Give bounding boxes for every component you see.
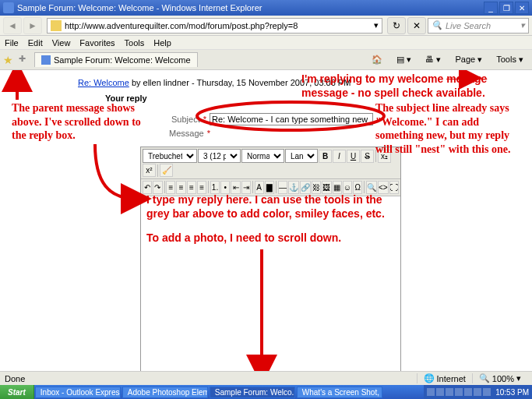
- stop-button[interactable]: ✕: [407, 17, 426, 34]
- clean-button[interactable]: 🧹: [160, 164, 173, 177]
- annotation-subject: The subject line already says "Welcome."…: [375, 101, 527, 156]
- align-center-button[interactable]: ≡: [176, 181, 185, 194]
- tray-icon[interactable]: [446, 388, 453, 396]
- tray-icon[interactable]: [464, 388, 472, 396]
- search-button[interactable]: 🔍: [366, 181, 377, 194]
- annotation-reply-body: I type my reply here. I can use the tool…: [146, 193, 396, 245]
- subject-label: Subject: [171, 115, 200, 124]
- indent-button[interactable]: ⇥: [241, 181, 251, 194]
- char-button[interactable]: Ω: [353, 181, 362, 194]
- status-internet: 🌐 Internet: [417, 373, 472, 383]
- lang-select[interactable]: Lang: [285, 149, 318, 163]
- anchor-button[interactable]: ⚓: [288, 181, 299, 194]
- message-label: Message: [169, 129, 204, 138]
- sup-button[interactable]: x²: [143, 164, 156, 177]
- list-ol-button[interactable]: 1.: [210, 181, 220, 194]
- print-button[interactable]: 🖶 ▾: [420, 52, 446, 67]
- hr-button[interactable]: —: [278, 181, 287, 194]
- tray-icon[interactable]: [427, 388, 435, 396]
- search-box[interactable]: 🔍 Live Search ▾: [428, 18, 529, 34]
- favorites-icon[interactable]: ★: [3, 54, 16, 66]
- taskbar: Start Inbox - Outlook Express Adobe Phot…: [0, 385, 532, 399]
- size-select[interactable]: 3 (12 pt): [198, 149, 241, 163]
- image-button[interactable]: 🖼: [322, 181, 331, 194]
- refresh-button[interactable]: ↻: [387, 17, 406, 34]
- parent-link[interactable]: Re: Welcome: [78, 78, 129, 87]
- zoom-icon: 🔍: [479, 373, 490, 383]
- list-ul-button[interactable]: •: [220, 181, 230, 194]
- html-button[interactable]: <>: [378, 181, 389, 194]
- undo-button[interactable]: ↶: [143, 181, 152, 194]
- align-left-button[interactable]: ≡: [166, 181, 175, 194]
- italic-button[interactable]: I: [333, 150, 346, 163]
- nav-toolbar: ◄ ► ▾ ↻ ✕ 🔍 Live Search ▾: [0, 16, 532, 36]
- format-select[interactable]: Normal: [241, 149, 284, 163]
- rich-text-editor: Trebuchet 3 (12 pt) Normal Lang B I U S …: [140, 147, 401, 382]
- forward-button[interactable]: ►: [23, 17, 42, 34]
- page-icon: [51, 20, 62, 31]
- bold-button[interactable]: B: [319, 150, 332, 163]
- url-input[interactable]: [65, 21, 374, 30]
- fullscreen-button[interactable]: ⛶: [389, 181, 399, 194]
- editor-toolbar-row1: Trebuchet 3 (12 pt) Normal Lang B I U S …: [141, 147, 400, 179]
- back-button[interactable]: ◄: [3, 17, 22, 34]
- strike-button[interactable]: S: [361, 150, 374, 163]
- redo-button[interactable]: ↷: [153, 181, 162, 194]
- outdent-button[interactable]: ⇤: [231, 181, 240, 194]
- search-placeholder: Live Search: [446, 21, 491, 30]
- add-favorite-icon[interactable]: ✚: [19, 54, 31, 66]
- menu-file[interactable]: File: [5, 38, 19, 48]
- menu-edit[interactable]: Edit: [28, 38, 43, 48]
- internet-icon: 🌐: [424, 373, 435, 383]
- bgcolor-button[interactable]: ▇: [265, 181, 274, 194]
- tray-icon[interactable]: [436, 388, 444, 396]
- tools-button[interactable]: Tools ▾: [491, 52, 529, 67]
- menu-favorites[interactable]: Favorites: [79, 38, 115, 48]
- message-row: Message *: [169, 129, 213, 138]
- status-done: Done: [5, 374, 25, 383]
- table-button[interactable]: ▦: [333, 181, 342, 194]
- window-titlebar: Sample Forum: Welcome: Welcome - Windows…: [0, 0, 532, 16]
- url-dropdown-icon[interactable]: ▾: [374, 20, 379, 30]
- minimize-button[interactable]: _: [484, 2, 498, 14]
- taskbar-item-forum[interactable]: Sample Forum: Welco...: [210, 387, 295, 398]
- textcolor-button[interactable]: A: [255, 181, 264, 194]
- font-select[interactable]: Trebuchet: [143, 149, 197, 163]
- clock: 10:53 PM: [495, 388, 529, 397]
- tray-icon[interactable]: [483, 388, 491, 396]
- tray-icon[interactable]: [474, 388, 481, 396]
- start-button[interactable]: Start: [0, 385, 34, 399]
- menu-help[interactable]: Help: [153, 38, 171, 48]
- system-tray[interactable]: 10:53 PM: [424, 385, 532, 399]
- menu-view[interactable]: View: [52, 38, 71, 48]
- menu-bar: File Edit View Favorites Tools Help: [0, 36, 532, 50]
- page-content: Re: Welcome by ellen lindner - Thursday,…: [0, 70, 532, 382]
- feeds-button[interactable]: ▤ ▾: [391, 52, 417, 67]
- tray-icon[interactable]: [455, 388, 463, 396]
- underline-button[interactable]: U: [347, 150, 360, 163]
- close-button[interactable]: ✕: [515, 2, 529, 14]
- subject-input[interactable]: [210, 113, 373, 125]
- taskbar-item-outlook[interactable]: Inbox - Outlook Express: [35, 387, 121, 398]
- status-zoom[interactable]: 🔍 100% ▾: [472, 373, 527, 383]
- page-button[interactable]: Page ▾: [450, 52, 488, 67]
- taskbar-item-photoshop[interactable]: Adobe Photoshop Elements: [122, 387, 208, 398]
- taskbar-item-screenshot[interactable]: What's a Screen Shot, a...: [297, 387, 382, 398]
- annotation-parent: The parent message shows above. I've scr…: [12, 101, 156, 143]
- menu-tools[interactable]: Tools: [125, 38, 145, 48]
- home-button[interactable]: 🏠: [366, 52, 388, 67]
- unlink-button[interactable]: ⛓: [312, 181, 321, 194]
- ie-icon: [3, 2, 14, 13]
- align-right-button[interactable]: ≡: [187, 181, 196, 194]
- subject-row: Subject *: [171, 113, 373, 125]
- smiley-button[interactable]: ☺: [343, 181, 352, 194]
- address-bar[interactable]: ▾: [47, 18, 382, 34]
- tab-title: Sample Forum: Welcome: Welcome: [54, 55, 191, 65]
- link-button[interactable]: 🔗: [300, 181, 311, 194]
- tab-page-icon: [41, 55, 51, 65]
- justify-button[interactable]: ≡: [197, 181, 206, 194]
- maximize-button[interactable]: ❐: [499, 2, 513, 14]
- status-bar: Done 🌐 Internet 🔍 100% ▾: [0, 371, 532, 385]
- browser-tab[interactable]: Sample Forum: Welcome: Welcome: [34, 52, 198, 67]
- required-asterisk: *: [207, 129, 210, 138]
